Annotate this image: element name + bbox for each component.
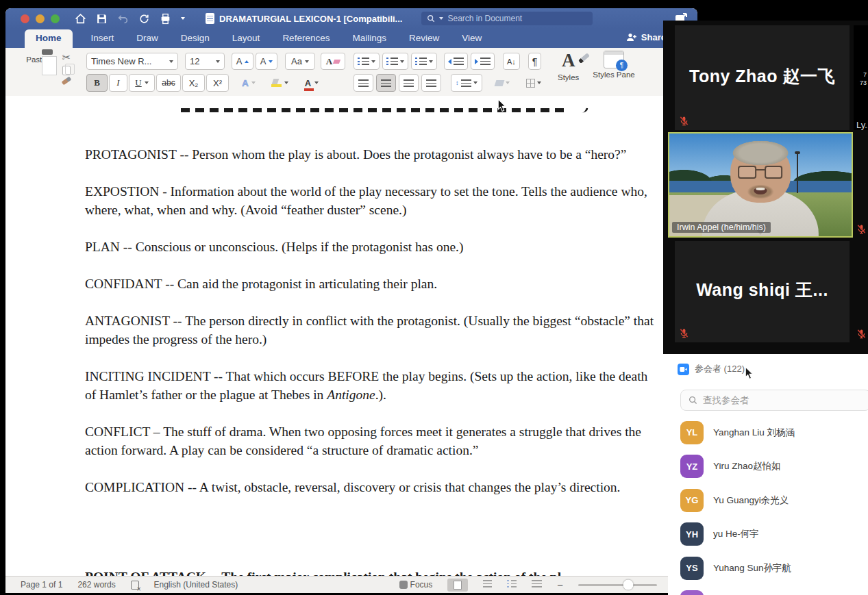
- search-icon: [689, 396, 697, 405]
- save-icon[interactable]: [96, 13, 108, 25]
- document-icon: [206, 13, 214, 24]
- borders-grid-icon: [526, 79, 535, 88]
- numbered-list-button[interactable]: [382, 53, 408, 70]
- show-paragraph-marks-button[interactable]: ¶: [528, 53, 542, 70]
- draft-view-icon: [532, 580, 542, 587]
- grow-font-button[interactable]: A: [232, 53, 253, 70]
- participant-row[interactable]: YH yu He-何宇: [680, 518, 868, 552]
- tab-draw[interactable]: Draw: [132, 29, 162, 48]
- minimize-window-button[interactable]: [36, 14, 45, 23]
- sort-button[interactable]: A↓: [503, 53, 520, 70]
- print-icon[interactable]: [160, 13, 171, 25]
- outline-view-button[interactable]: [507, 580, 517, 590]
- participant-row[interactable]: YZ Yiru Zhao赵怡如: [680, 450, 868, 484]
- undo-icon[interactable]: [117, 13, 129, 25]
- participants-panel: 参会者 (122) 查找参会者 YL Yanghan Liu 刘杨涵 YZ Yi…: [668, 354, 868, 595]
- home-icon[interactable]: [75, 13, 86, 25]
- align-center-button[interactable]: [376, 74, 396, 92]
- justify-icon: [426, 79, 436, 87]
- page-indicator[interactable]: Page 1 of 1: [21, 580, 62, 590]
- draft-view-button[interactable]: [532, 580, 542, 590]
- font-color-button[interactable]: A: [297, 74, 326, 92]
- line-spacing-button[interactable]: ↕: [451, 74, 482, 92]
- participant-search-input[interactable]: 查找参会者: [680, 390, 868, 411]
- inciting-italic-title: Antigone: [327, 388, 375, 402]
- multilevel-list-button[interactable]: [411, 53, 437, 70]
- bullet-list-button[interactable]: [354, 53, 380, 70]
- language-indicator[interactable]: English (United States): [154, 580, 238, 590]
- shrink-font-button[interactable]: A: [256, 53, 277, 70]
- borders-button[interactable]: [521, 74, 546, 92]
- underline-button[interactable]: U: [129, 74, 155, 92]
- subscript-button[interactable]: X₂: [182, 74, 205, 92]
- styles-pane-button[interactable]: Styles Pane: [593, 51, 634, 81]
- video-tile-irwin-appel[interactable]: Irwin Appel (he/him/his): [668, 132, 853, 238]
- proofing-status-icon[interactable]: [131, 581, 139, 590]
- window-titlebar: DRAMATURGIAL LEXICON-1 [Compatibili... S…: [5, 8, 697, 29]
- participant-row-partial[interactable]: [680, 585, 868, 595]
- participant-row[interactable]: YG Yu Guangyi余光义: [680, 483, 868, 518]
- close-window-button[interactable]: [21, 14, 29, 23]
- line-spacing-caret-icon: [473, 81, 478, 84]
- document-canvas[interactable]: PROTAGONIST -- Person whom the play is a…: [5, 96, 697, 576]
- cut-icon[interactable]: ✂: [62, 52, 71, 62]
- tab-layout[interactable]: Layout: [228, 29, 264, 48]
- text-effects-button[interactable]: A: [236, 74, 262, 92]
- focus-toggle[interactable]: Focus: [399, 580, 432, 590]
- decrease-indent-icon: [448, 59, 451, 64]
- word-count[interactable]: 262 words: [77, 580, 115, 590]
- bold-button[interactable]: B: [86, 74, 108, 92]
- strikethrough-button[interactable]: abc: [156, 74, 181, 92]
- zoom-window-button[interactable]: [51, 14, 60, 23]
- print-layout-view-button[interactable]: [447, 579, 468, 592]
- video-tile-cutoff-top[interactable]: 7 73: [854, 25, 868, 130]
- tab-home[interactable]: Home: [25, 29, 73, 48]
- tab-view[interactable]: View: [458, 29, 486, 48]
- italic-button[interactable]: I: [109, 74, 127, 92]
- font-size-select[interactable]: 12: [185, 53, 225, 70]
- mic-muted-icon: [679, 116, 689, 126]
- tab-insert[interactable]: Insert: [87, 29, 119, 48]
- zoom-slider[interactable]: [578, 584, 657, 586]
- participants-list: YL Yanghan Liu 刘杨涵 YZ Yiru Zhao赵怡如 YG Yu…: [680, 416, 868, 595]
- styles-button[interactable]: A Styles: [558, 51, 579, 81]
- search-in-document-field[interactable]: Search in Document: [421, 12, 593, 25]
- change-case-button[interactable]: Aa: [285, 53, 315, 70]
- paragraph-complication: COMPLICATION -- A twist, obstacle, rever…: [85, 478, 662, 496]
- share-button[interactable]: Share: [626, 32, 666, 42]
- superscript-button[interactable]: X²: [206, 74, 229, 92]
- tab-review[interactable]: Review: [405, 29, 443, 48]
- redo-icon[interactable]: [138, 13, 150, 25]
- align-right-button[interactable]: [399, 74, 419, 92]
- share-person-icon: [626, 33, 637, 42]
- copy-icon[interactable]: [62, 66, 71, 75]
- zoom-slider-knob[interactable]: [623, 580, 633, 590]
- participant-row[interactable]: YS Yuhang Sun孙宇航: [680, 551, 868, 585]
- focus-icon: [399, 581, 408, 589]
- font-name-select[interactable]: Times New R...: [86, 53, 178, 70]
- justify-button[interactable]: [421, 74, 441, 92]
- styles-label: Styles: [558, 73, 579, 81]
- clear-formatting-button[interactable]: A: [321, 53, 345, 70]
- change-case-caret-icon: [305, 60, 309, 63]
- highlight-button[interactable]: [266, 74, 293, 92]
- zoom-out-button[interactable]: −: [557, 579, 563, 591]
- shading-caret-icon: [506, 81, 510, 84]
- sort-icon: A↓: [507, 58, 516, 66]
- increase-indent-button[interactable]: [471, 53, 495, 70]
- irwin-face: [730, 143, 791, 203]
- tab-mailings[interactable]: Mailings: [348, 29, 390, 48]
- toolbar-options-caret-icon[interactable]: [181, 17, 185, 20]
- format-painter-icon[interactable]: [62, 77, 72, 86]
- text-effects-caret-icon: [251, 81, 256, 84]
- tab-references[interactable]: References: [278, 29, 334, 48]
- tab-design[interactable]: Design: [177, 29, 214, 48]
- align-left-button[interactable]: [354, 74, 373, 92]
- participant-row[interactable]: YL Yanghan Liu 刘杨涵: [680, 416, 868, 450]
- mouse-cursor-participants: [745, 366, 754, 380]
- video-tile-wang-shiqi[interactable]: Wang shiqi 王...: [675, 241, 850, 342]
- video-tile-tony-zhao[interactable]: Tony Zhao 赵一飞: [675, 25, 850, 130]
- shading-button[interactable]: [491, 74, 514, 92]
- web-layout-view-button[interactable]: [483, 580, 492, 590]
- decrease-indent-button[interactable]: [444, 53, 468, 70]
